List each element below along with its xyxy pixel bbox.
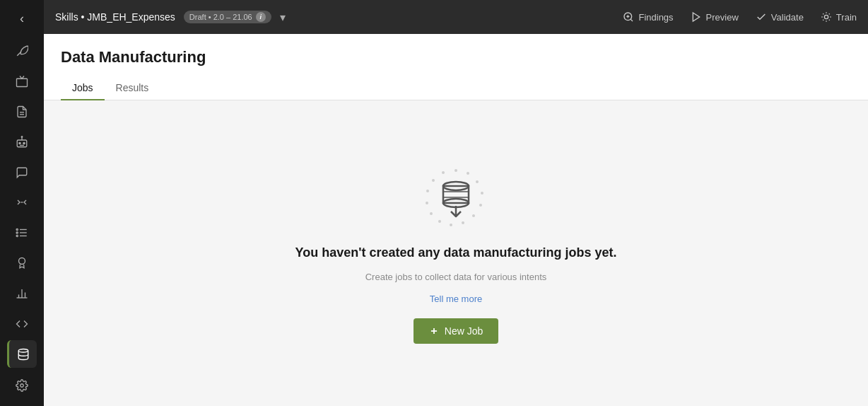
topbar-actions: Findings Preview Validate Train: [623, 11, 857, 23]
badge-text: Draft • 2.0 – 21.06: [189, 13, 252, 21]
svg-point-41: [442, 171, 445, 174]
svg-point-29: [467, 172, 469, 175]
validate-button[interactable]: Validate: [756, 11, 804, 23]
sidebar-item-code[interactable]: [7, 310, 37, 337]
findings-icon: [623, 11, 634, 23]
tab-jobs[interactable]: Jobs: [61, 76, 105, 100]
svg-point-34: [462, 221, 464, 224]
empty-state-icon-container: [421, 163, 491, 234]
svg-point-6: [23, 142, 25, 144]
svg-point-27: [824, 15, 828, 18]
data-manufacturing-empty-icon: [421, 163, 491, 234]
topbar: Skills • JMB_EH_Expenses Draft • 2.0 – 2…: [44, 0, 868, 34]
new-job-button[interactable]: New Job: [414, 318, 498, 344]
svg-point-39: [426, 190, 429, 192]
svg-point-37: [430, 212, 433, 215]
svg-marker-26: [693, 13, 699, 21]
svg-point-33: [472, 214, 475, 217]
svg-point-38: [426, 202, 428, 204]
train-icon: [821, 11, 832, 23]
svg-point-21: [20, 384, 24, 388]
sidebar-item-leaf[interactable]: [7, 37, 37, 65]
svg-point-13: [16, 232, 18, 233]
train-button[interactable]: Train: [821, 11, 857, 23]
info-icon[interactable]: i: [256, 12, 266, 22]
svg-point-5: [19, 142, 20, 144]
validate-label: Validate: [771, 12, 804, 23]
empty-state: You haven't created any data manufacturi…: [44, 100, 868, 406]
main-area: Skills • JMB_EH_Expenses Draft • 2.0 – 2…: [44, 0, 868, 406]
sidebar-item-chat[interactable]: [7, 158, 37, 186]
svg-point-14: [16, 236, 18, 237]
sidebar-item-list[interactable]: [7, 219, 37, 247]
page-title: Data Manufacturing: [61, 48, 851, 66]
version-badge: Draft • 2.0 – 21.06 i: [184, 11, 271, 23]
dropdown-chevron-icon[interactable]: ▾: [280, 11, 286, 24]
back-button[interactable]: ‹: [14, 6, 30, 32]
preview-label: Preview: [706, 12, 739, 23]
train-label: Train: [836, 12, 857, 23]
svg-rect-0: [17, 79, 28, 86]
preview-icon: [691, 11, 702, 23]
svg-point-12: [16, 229, 18, 231]
svg-point-15: [19, 258, 25, 265]
sidebar-item-chart[interactable]: [7, 280, 37, 308]
svg-point-35: [450, 224, 452, 226]
new-job-label: New Job: [445, 325, 483, 337]
svg-point-40: [432, 179, 435, 182]
sidebar-item-data-manufacturing[interactable]: [7, 340, 37, 368]
breadcrumb-title: Skills • JMB_EH_Expenses: [55, 11, 175, 23]
content-area: Data Manufacturing Jobs Results: [44, 34, 868, 406]
sidebar-item-translate[interactable]: [7, 189, 37, 216]
sidebar-item-badge[interactable]: [7, 250, 37, 277]
empty-state-subtitle: Create jobs to collect data for various …: [365, 272, 547, 282]
findings-label: Findings: [638, 12, 673, 23]
svg-point-36: [438, 220, 441, 223]
sidebar-item-package[interactable]: [7, 68, 37, 95]
plus-icon: [429, 326, 439, 336]
empty-state-title: You haven't created any data manufacturi…: [295, 245, 616, 260]
sidebar-item-document[interactable]: [7, 98, 37, 126]
preview-button[interactable]: Preview: [691, 11, 739, 23]
svg-line-23: [631, 19, 633, 21]
page-header: Data Manufacturing Jobs Results: [44, 34, 868, 100]
sidebar: ‹: [0, 0, 44, 406]
svg-point-31: [481, 192, 483, 195]
svg-point-32: [479, 204, 482, 207]
tell-me-more-link[interactable]: Tell me more: [430, 294, 482, 304]
svg-point-20: [18, 349, 28, 352]
tab-results[interactable]: Results: [105, 76, 160, 100]
findings-button[interactable]: Findings: [623, 11, 673, 23]
svg-point-28: [454, 169, 457, 172]
validate-icon: [756, 11, 767, 23]
tabs: Jobs Results: [61, 76, 851, 100]
sidebar-item-settings[interactable]: [7, 371, 37, 400]
sidebar-item-robot[interactable]: [7, 128, 37, 156]
svg-point-30: [476, 180, 479, 183]
